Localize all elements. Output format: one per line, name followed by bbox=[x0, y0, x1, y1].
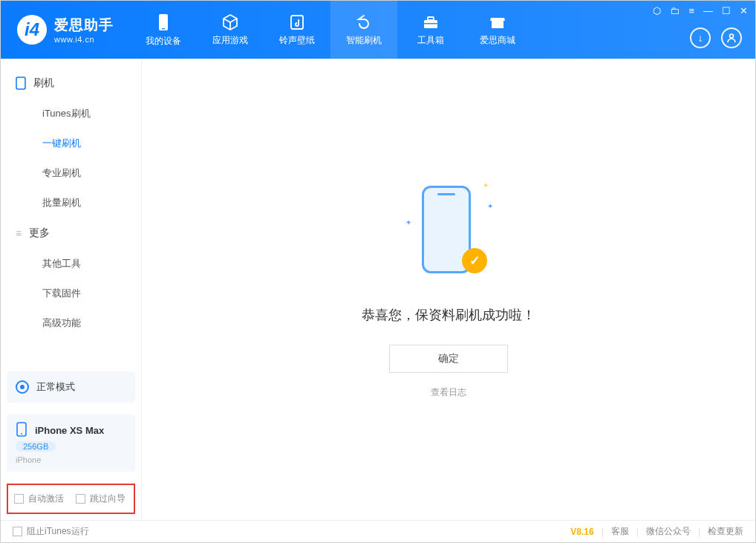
tab-my-device[interactable]: 我的设备 bbox=[130, 1, 197, 59]
tab-label: 铃声壁纸 bbox=[279, 34, 315, 47]
user-button[interactable] bbox=[721, 27, 742, 48]
checkbox-block-itunes[interactable]: 阻止iTunes运行 bbox=[13, 525, 89, 538]
svg-rect-0 bbox=[159, 14, 168, 30]
checkbox-icon bbox=[76, 494, 85, 504]
footer-support-link[interactable]: 客服 bbox=[611, 525, 629, 538]
auto-options-highlight: 自动激活 跳过向导 bbox=[7, 484, 135, 514]
checkbox-icon bbox=[13, 527, 22, 536]
device-name: iPhone XS Max bbox=[35, 425, 104, 436]
store-icon bbox=[489, 13, 506, 31]
svg-rect-8 bbox=[16, 77, 25, 89]
sidebar-item-oneclick-flash[interactable]: 一键刷机 bbox=[1, 129, 141, 158]
sidebar-item-other-tools[interactable]: 其他工具 bbox=[1, 249, 141, 279]
main-tabs: 我的设备 应用游戏 铃声壁纸 智能刷机 工具箱 bbox=[130, 1, 531, 59]
tab-label: 工具箱 bbox=[417, 34, 444, 47]
sidebar-group-more: ≡ 更多 bbox=[1, 218, 141, 249]
tab-store[interactable]: 爱思商城 bbox=[464, 1, 531, 59]
logo-area: i4 爱思助手 www.i4.cn bbox=[1, 1, 130, 59]
mode-label: 正常模式 bbox=[36, 380, 75, 394]
logo-text: 爱思助手 www.i4.cn bbox=[54, 16, 114, 44]
checkbox-label: 跳过向导 bbox=[90, 492, 126, 505]
music-icon bbox=[288, 13, 306, 31]
ok-button[interactable]: 确定 bbox=[389, 345, 508, 373]
tab-toolbox[interactable]: 工具箱 bbox=[397, 1, 464, 59]
check-badge-icon: ✓ bbox=[462, 248, 487, 273]
sparkle-icon: ✦ bbox=[405, 218, 411, 227]
maximize-button[interactable]: ☐ bbox=[722, 5, 731, 16]
sidebar: 刷机 iTunes刷机 一键刷机 专业刷机 批量刷机 ≡ 更多 其他工具 下载固… bbox=[1, 59, 142, 520]
tab-apps-games[interactable]: 应用游戏 bbox=[197, 1, 264, 59]
sidebar-group-flash: 刷机 bbox=[1, 68, 141, 99]
footer-wechat-link[interactable]: 微信公众号 bbox=[646, 525, 691, 538]
sparkle-icon: ✦ bbox=[483, 181, 489, 189]
cube-icon bbox=[221, 13, 239, 31]
tab-label: 智能刷机 bbox=[346, 34, 382, 47]
tab-label: 我的设备 bbox=[146, 35, 181, 48]
tab-label: 爱思商城 bbox=[480, 34, 515, 47]
mode-dot-icon bbox=[16, 380, 29, 394]
logo-icon: i4 bbox=[17, 15, 47, 45]
brand-url: www.i4.cn bbox=[54, 35, 114, 44]
main-content: ✦ ✦ ✦ ✓ 恭喜您，保资料刷机成功啦！ 确定 查看日志 bbox=[142, 59, 755, 520]
refresh-icon bbox=[355, 13, 373, 31]
checkbox-skip-guide[interactable]: 跳过向导 bbox=[76, 492, 126, 505]
device-phone-icon bbox=[16, 422, 27, 437]
sparkle-icon: ✦ bbox=[487, 202, 493, 210]
checkbox-auto-activate[interactable]: 自动激活 bbox=[14, 492, 64, 505]
svg-rect-2 bbox=[291, 16, 303, 29]
shirt-icon[interactable]: ⬡ bbox=[653, 5, 661, 16]
app-header: i4 爱思助手 www.i4.cn 我的设备 应用游戏 铃声壁纸 bbox=[1, 1, 755, 59]
footer-update-link[interactable]: 检查更新 bbox=[708, 525, 743, 538]
version-label: V8.16 bbox=[570, 527, 593, 537]
status-bar: 阻止iTunes运行 V8.16 | 客服 | 微信公众号 | 检查更新 bbox=[1, 520, 755, 542]
minimize-button[interactable]: ― bbox=[703, 5, 713, 16]
svg-rect-6 bbox=[492, 21, 504, 28]
checkbox-icon bbox=[14, 494, 24, 504]
tab-label: 应用游戏 bbox=[212, 34, 248, 47]
device-capacity: 256GB bbox=[16, 441, 56, 452]
device-type: iPhone bbox=[16, 455, 126, 464]
svg-rect-1 bbox=[162, 28, 165, 30]
download-button[interactable]: ↓ bbox=[690, 27, 711, 48]
lock-icon[interactable]: 🗀 bbox=[670, 5, 680, 16]
view-log-link[interactable]: 查看日志 bbox=[431, 386, 466, 399]
sidebar-item-batch-flash[interactable]: 批量刷机 bbox=[1, 188, 141, 218]
window-controls: ⬡ 🗀 ≡ ― ☐ ✕ bbox=[653, 5, 748, 16]
app-body: 刷机 iTunes刷机 一键刷机 专业刷机 批量刷机 ≡ 更多 其他工具 下载固… bbox=[1, 59, 755, 520]
checkbox-label: 阻止iTunes运行 bbox=[27, 525, 89, 538]
header-right: ↓ bbox=[690, 27, 742, 48]
close-button[interactable]: ✕ bbox=[740, 5, 748, 16]
device-panel[interactable]: iPhone XS Max 256GB iPhone bbox=[7, 414, 135, 472]
group-title: 更多 bbox=[29, 227, 50, 240]
mode-panel: 正常模式 bbox=[7, 371, 135, 403]
svg-point-10 bbox=[21, 433, 22, 435]
device-icon bbox=[155, 13, 172, 32]
toolbox-icon bbox=[422, 13, 440, 31]
checkbox-label: 自动激活 bbox=[28, 492, 64, 505]
sidebar-item-advanced[interactable]: 高级功能 bbox=[1, 308, 141, 338]
sidebar-item-download-firmware[interactable]: 下载固件 bbox=[1, 279, 141, 308]
menu-lines-icon: ≡ bbox=[16, 227, 22, 239]
group-title: 刷机 bbox=[33, 77, 54, 90]
menu-icon[interactable]: ≡ bbox=[688, 5, 694, 16]
success-message: 恭喜您，保资料刷机成功啦！ bbox=[362, 306, 535, 324]
tab-smart-flash[interactable]: 智能刷机 bbox=[330, 1, 397, 59]
sidebar-item-itunes-flash[interactable]: iTunes刷机 bbox=[1, 99, 141, 129]
tab-ringtones[interactable]: 铃声壁纸 bbox=[264, 1, 330, 59]
svg-point-7 bbox=[730, 34, 734, 38]
phone-icon bbox=[16, 77, 26, 90]
svg-rect-5 bbox=[424, 23, 437, 25]
sidebar-item-pro-flash[interactable]: 专业刷机 bbox=[1, 158, 141, 188]
brand-name: 爱思助手 bbox=[54, 16, 114, 35]
svg-rect-4 bbox=[428, 17, 434, 20]
success-illustration: ✦ ✦ ✦ ✓ bbox=[404, 180, 493, 284]
